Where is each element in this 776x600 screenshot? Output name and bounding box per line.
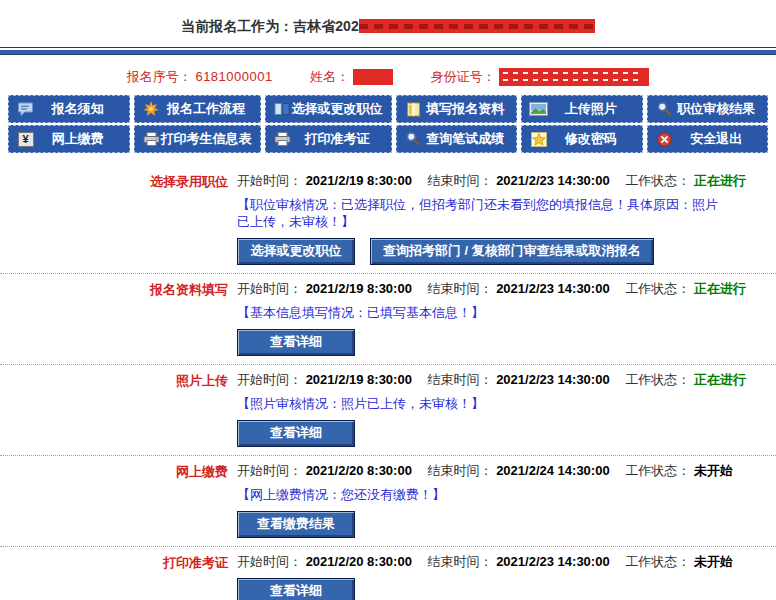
status-label: 工作状态： bbox=[625, 281, 690, 296]
end-time-value: 2021/2/24 14:30:00 bbox=[496, 463, 609, 478]
start-time-value: 2021/2/19 8:30:00 bbox=[306, 173, 412, 188]
nav-item-9[interactable]: 打印准考证 bbox=[265, 125, 392, 153]
page-title-text: 当前报名工作为：吉林省202 bbox=[181, 18, 358, 34]
nav-item-4[interactable]: 填写报名资料 bbox=[396, 95, 518, 123]
identity-bar: 报名序号： 6181000001 姓名： 身份证号： bbox=[0, 68, 776, 86]
status-label: 工作状态： bbox=[625, 372, 690, 387]
start-time-label: 开始时间： bbox=[237, 281, 302, 296]
nav-item-label: 填写报名资料 bbox=[423, 100, 517, 118]
id-number-field: 身份证号： bbox=[431, 69, 650, 84]
section-buttons: 选择或更改职位查询招考部门 / 复核部门审查结果或取消报名 bbox=[237, 238, 776, 265]
start-time-label: 开始时间： bbox=[237, 372, 302, 387]
book-icon bbox=[404, 101, 423, 117]
nav-item-5[interactable]: 上传照片 bbox=[521, 95, 643, 123]
status-value: 未开始 bbox=[694, 463, 733, 478]
nav-item-label: 安全退出 bbox=[674, 130, 768, 148]
start-time-label: 开始时间： bbox=[237, 463, 302, 478]
status-value: 正在进行 bbox=[694, 372, 746, 387]
page-title: 当前报名工作为：吉林省202 bbox=[0, 0, 776, 36]
printer-icon bbox=[142, 131, 161, 147]
logout-icon bbox=[655, 131, 674, 147]
photo-icon bbox=[529, 101, 548, 117]
section-body: 开始时间： 2021/2/19 8:30:00 结束时间： 2021/2/23 … bbox=[228, 371, 776, 447]
section-message: 【照片审核情况：照片已上传，未审核！】 bbox=[237, 395, 776, 412]
end-time-value: 2021/2/23 14:30:00 bbox=[496, 173, 609, 188]
nav-item-label: 选择或更改职位 bbox=[292, 100, 391, 118]
nav-item-12[interactable]: 安全退出 bbox=[647, 125, 769, 153]
section-schedule: 开始时间： 2021/2/19 8:30:00 结束时间： 2021/2/23 … bbox=[237, 280, 776, 297]
workflow-section-row: 照片上传 开始时间： 2021/2/19 8:30:00 结束时间： 2021/… bbox=[0, 365, 776, 456]
section-schedule: 开始时间： 2021/2/19 8:30:00 结束时间： 2021/2/23 … bbox=[237, 172, 776, 189]
section-title: 选择录用职位 bbox=[0, 172, 228, 190]
section-body: 开始时间： 2021/2/20 8:30:00 结束时间： 2021/2/24 … bbox=[228, 462, 776, 538]
workflow-section-row: 报名资料填写 开始时间： 2021/2/19 8:30:00 结束时间： 202… bbox=[0, 274, 776, 365]
nav-item-1[interactable]: 报名须知 bbox=[8, 95, 130, 123]
status-value: 正在进行 bbox=[694, 173, 746, 188]
section-action-button[interactable]: 查看详细 bbox=[237, 329, 355, 356]
section-action-button[interactable]: 选择或更改职位 bbox=[237, 238, 355, 265]
star-icon bbox=[529, 131, 548, 147]
workflow-section-row: 打印准考证 开始时间： 2021/2/20 8:30:00 结束时间： 2021… bbox=[0, 547, 776, 600]
section-message: 【基本信息填写情况：已填写基本信息！】 bbox=[237, 304, 776, 321]
section-action-button[interactable]: 查看详细 bbox=[237, 578, 355, 600]
end-time-label: 结束时间： bbox=[428, 554, 493, 569]
nav-item-6[interactable]: 职位审核结果 bbox=[647, 95, 769, 123]
end-time-value: 2021/2/23 14:30:00 bbox=[496, 281, 609, 296]
name-label: 姓名： bbox=[310, 69, 349, 84]
nav-item-label: 报名须知 bbox=[35, 100, 129, 118]
nav-item-10[interactable]: 查询笔试成绩 bbox=[396, 125, 518, 153]
section-schedule: 开始时间： 2021/2/19 8:30:00 结束时间： 2021/2/23 … bbox=[237, 371, 776, 388]
yen-icon: ¥ bbox=[16, 131, 35, 147]
section-buttons: 查看详细 bbox=[237, 329, 776, 356]
section-action-button[interactable]: 查看缴费结果 bbox=[237, 511, 355, 538]
nav-item-label: 修改密码 bbox=[548, 130, 642, 148]
magnifier-icon bbox=[655, 101, 674, 117]
section-schedule: 开始时间： 2021/2/20 8:30:00 结束时间： 2021/2/23 … bbox=[237, 553, 776, 570]
id-redaction-box bbox=[499, 68, 649, 86]
nav-item-label: 打印考生信息表 bbox=[161, 130, 260, 148]
start-time-label: 开始时间： bbox=[237, 173, 302, 188]
section-message: 【职位审核情况：已选择职位，但招考部门还未看到您的填报信息！具体原因：照片已上传… bbox=[237, 196, 776, 230]
serial-number-label: 报名序号： bbox=[127, 69, 192, 84]
nav-item-11[interactable]: 修改密码 bbox=[521, 125, 643, 153]
status-value: 未开始 bbox=[694, 554, 733, 569]
nav-item-2[interactable]: 报名工作流程 bbox=[134, 95, 261, 123]
comment-icon bbox=[16, 101, 35, 117]
sparkle-icon bbox=[142, 101, 161, 117]
section-message: 【网上缴费情况：您还没有缴费！】 bbox=[237, 486, 776, 503]
nav-item-label: 报名工作流程 bbox=[161, 100, 260, 118]
section-buttons: 查看缴费结果 bbox=[237, 511, 776, 538]
serial-number-field: 报名序号： 6181000001 bbox=[127, 69, 277, 84]
section-action-button[interactable]: 查看详细 bbox=[237, 420, 355, 447]
section-buttons: 查看详细 bbox=[237, 578, 776, 600]
section-schedule: 开始时间： 2021/2/20 8:30:00 结束时间： 2021/2/24 … bbox=[237, 462, 776, 479]
main-nav-menu: 报名须知报名工作流程选择或更改职位填写报名资料上传照片职位审核结果¥网上缴费打印… bbox=[8, 95, 768, 153]
end-time-value: 2021/2/23 14:30:00 bbox=[496, 554, 609, 569]
workflow-sections: 选择录用职位 开始时间： 2021/2/19 8:30:00 结束时间： 202… bbox=[0, 166, 776, 600]
nav-item-label: 网上缴费 bbox=[35, 130, 129, 148]
serial-number-value: 6181000001 bbox=[195, 69, 272, 84]
nav-item-label: 职位审核结果 bbox=[674, 100, 768, 118]
header-divider bbox=[0, 47, 776, 55]
magnifier-icon bbox=[404, 131, 423, 147]
end-time-label: 结束时间： bbox=[428, 173, 493, 188]
nav-item-3[interactable]: 选择或更改职位 bbox=[265, 95, 392, 123]
id-number-label: 身份证号： bbox=[431, 69, 496, 84]
start-time-value: 2021/2/19 8:30:00 bbox=[306, 372, 412, 387]
printer-icon bbox=[273, 131, 292, 147]
section-title: 照片上传 bbox=[0, 371, 228, 389]
columns-icon bbox=[273, 101, 292, 117]
workflow-section-row: 网上缴费 开始时间： 2021/2/20 8:30:00 结束时间： 2021/… bbox=[0, 456, 776, 547]
nav-item-8[interactable]: 打印考生信息表 bbox=[134, 125, 261, 153]
status-label: 工作状态： bbox=[625, 173, 690, 188]
section-body: 开始时间： 2021/2/19 8:30:00 结束时间： 2021/2/23 … bbox=[228, 172, 776, 265]
status-value: 正在进行 bbox=[694, 281, 746, 296]
section-body: 开始时间： 2021/2/20 8:30:00 结束时间： 2021/2/23 … bbox=[228, 553, 776, 600]
section-action-button[interactable]: 查询招考部门 / 复核部门审查结果或取消报名 bbox=[370, 238, 654, 265]
nav-item-7[interactable]: ¥网上缴费 bbox=[8, 125, 130, 153]
status-label: 工作状态： bbox=[625, 554, 690, 569]
workflow-section-row: 选择录用职位 开始时间： 2021/2/19 8:30:00 结束时间： 202… bbox=[0, 166, 776, 274]
name-field: 姓名： bbox=[310, 69, 396, 84]
section-title: 网上缴费 bbox=[0, 462, 228, 480]
start-time-value: 2021/2/20 8:30:00 bbox=[306, 463, 412, 478]
